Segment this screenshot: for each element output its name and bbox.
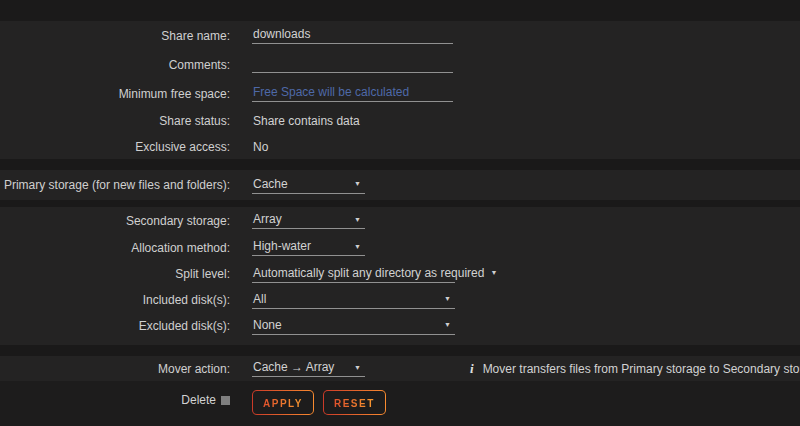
secondary-storage-section: Secondary storage: Array ▼ Allocation me… <box>0 207 800 345</box>
excluded-disks-label: Excluded disk(s): <box>0 319 230 333</box>
apply-button-inner: APPLY <box>253 391 313 414</box>
dropdown-arrow-icon: ▼ <box>354 180 361 187</box>
primary-storage-section: Primary storage (for new files and folde… <box>0 170 800 200</box>
exclusive-access-value: No <box>252 140 268 154</box>
reset-button[interactable]: RESET <box>323 390 386 415</box>
info-icon: i <box>470 361 474 377</box>
share-status-value: Share contains data <box>252 114 360 128</box>
section-divider <box>0 200 800 207</box>
dropdown-arrow-icon: ▼ <box>354 216 361 223</box>
section-divider <box>0 345 800 356</box>
mover-info: i Mover transfers files from Primary sto… <box>470 361 800 377</box>
split-level-select[interactable]: Automatically split any directory as req… <box>252 266 455 283</box>
section-divider <box>0 159 800 170</box>
dropdown-arrow-icon: ▼ <box>354 364 361 371</box>
minimum-free-space-input[interactable] <box>252 85 453 102</box>
dropdown-arrow-icon: ▼ <box>444 321 451 328</box>
primary-storage-label: Primary storage (for new files and folde… <box>0 178 230 192</box>
dropdown-arrow-icon: ▼ <box>490 269 497 276</box>
excluded-disks-value: None <box>253 318 282 332</box>
share-name-input[interactable] <box>252 27 453 44</box>
apply-button[interactable]: APPLY <box>252 390 314 415</box>
primary-storage-value: Cache <box>253 177 288 191</box>
allocation-method-value: High-water <box>253 239 311 253</box>
split-level-value: Automatically split any directory as req… <box>253 266 484 280</box>
exclusive-access-label: Exclusive access: <box>0 140 230 154</box>
delete-checkbox[interactable] <box>221 396 230 405</box>
form-row-minimum-free-space: Minimum free space: <box>0 79 800 108</box>
secondary-storage-value: Array <box>253 212 282 226</box>
mover-info-text: Mover transfers files from Primary stora… <box>483 362 800 376</box>
split-level-label: Split level: <box>0 267 230 281</box>
mover-action-label: Mover action: <box>0 362 230 376</box>
apply-button-label: APPLY <box>263 398 303 409</box>
share-status-label: Share status: <box>0 114 230 128</box>
reset-button-label: RESET <box>334 398 375 409</box>
dropdown-arrow-icon: ▼ <box>444 295 451 302</box>
mover-action-value: Cache → Array <box>253 360 334 374</box>
form-row-exclusive-access: Exclusive access: No <box>0 134 800 159</box>
included-disks-label: Included disk(s): <box>0 293 230 307</box>
form-row-share-status: Share status: Share contains data <box>0 108 800 134</box>
delete-control: Delete <box>0 393 230 407</box>
included-disks-value: All <box>253 292 266 306</box>
form-row-excluded-disks: Excluded disk(s): None ▼ <box>0 313 800 339</box>
secondary-storage-select[interactable]: Array ▼ <box>252 212 365 229</box>
form-row-split-level: Split level: Automatically split any dir… <box>0 261 800 287</box>
comments-input[interactable] <box>252 56 453 73</box>
allocation-method-label: Allocation method: <box>0 241 230 255</box>
form-footer: Delete APPLY RESET <box>0 381 800 426</box>
share-settings-page: Share name: Comments: Minimum free space… <box>0 0 800 426</box>
included-disks-select[interactable]: All ▼ <box>252 292 455 309</box>
primary-storage-select[interactable]: Cache ▼ <box>252 177 365 194</box>
form-row-included-disks: Included disk(s): All ▼ <box>0 287 800 313</box>
mover-action-select[interactable]: Cache → Array ▼ <box>252 360 365 377</box>
minimum-free-space-label: Minimum free space: <box>0 87 230 101</box>
reset-button-inner: RESET <box>324 391 385 414</box>
secondary-storage-label: Secondary storage: <box>0 214 230 228</box>
allocation-method-select[interactable]: High-water ▼ <box>252 239 365 256</box>
form-row-primary-storage: Primary storage (for new files and folde… <box>0 177 800 194</box>
comments-label: Comments: <box>0 58 230 72</box>
form-row-secondary-storage: Secondary storage: Array ▼ <box>0 207 800 234</box>
mover-action-section: Mover action: Cache → Array ▼ i Mover tr… <box>0 356 800 381</box>
delete-label: Delete <box>181 393 216 407</box>
share-basic-section: Share name: Comments: Minimum free space… <box>0 21 800 159</box>
form-row-share-name: Share name: <box>0 21 800 50</box>
form-row-comments: Comments: <box>0 50 800 79</box>
dropdown-arrow-icon: ▼ <box>354 243 361 250</box>
share-name-label: Share name: <box>0 29 230 43</box>
top-bar <box>0 0 800 21</box>
action-buttons: APPLY RESET <box>252 390 386 415</box>
excluded-disks-select[interactable]: None ▼ <box>252 318 455 335</box>
form-row-allocation-method: Allocation method: High-water ▼ <box>0 234 800 261</box>
